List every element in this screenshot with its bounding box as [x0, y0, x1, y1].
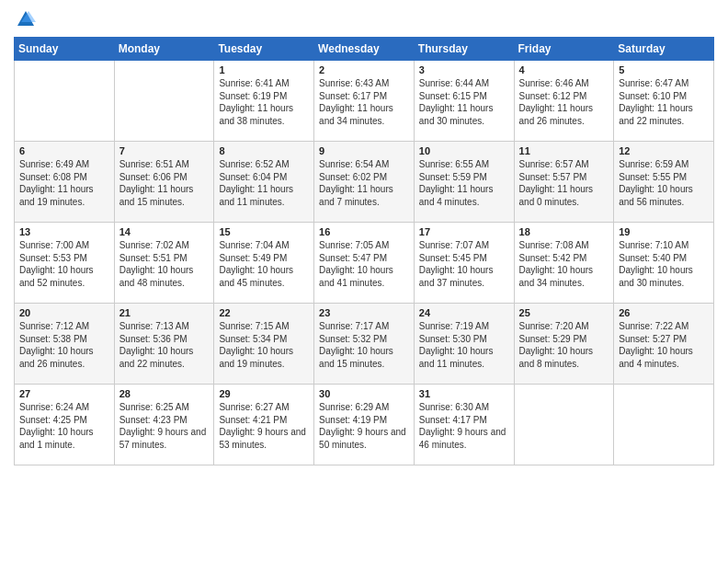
calendar-cell: 20Sunrise: 7:12 AM Sunset: 5:38 PM Dayli… [15, 304, 115, 385]
day-number: 1 [219, 64, 309, 75]
day-number: 29 [219, 388, 309, 399]
calendar-cell: 8Sunrise: 6:52 AM Sunset: 6:04 PM Daylig… [214, 142, 314, 223]
page: SundayMondayTuesdayWednesdayThursdayFrid… [0, 0, 728, 563]
calendar-cell: 9Sunrise: 6:54 AM Sunset: 6:02 PM Daylig… [314, 142, 415, 223]
header [14, 9, 714, 29]
day-number: 23 [319, 307, 409, 318]
calendar: SundayMondayTuesdayWednesdayThursdayFrid… [14, 37, 714, 465]
calendar-header-row: SundayMondayTuesdayWednesdayThursdayFrid… [15, 38, 714, 61]
day-info: Sunrise: 7:17 AM Sunset: 5:32 PM Dayligh… [319, 320, 409, 370]
calendar-cell [114, 61, 214, 142]
day-info: Sunrise: 6:29 AM Sunset: 4:19 PM Dayligh… [319, 401, 409, 451]
calendar-cell: 4Sunrise: 6:46 AM Sunset: 6:12 PM Daylig… [514, 61, 614, 142]
day-number: 12 [619, 145, 709, 156]
calendar-cell: 22Sunrise: 7:15 AM Sunset: 5:34 PM Dayli… [214, 304, 314, 385]
day-number: 26 [619, 307, 709, 318]
calendar-cell: 7Sunrise: 6:51 AM Sunset: 6:06 PM Daylig… [114, 142, 214, 223]
calendar-cell: 27Sunrise: 6:24 AM Sunset: 4:25 PM Dayli… [15, 385, 115, 465]
calendar-header-wednesday: Wednesday [314, 38, 415, 61]
day-info: Sunrise: 6:43 AM Sunset: 6:17 PM Dayligh… [319, 77, 409, 127]
calendar-header-tuesday: Tuesday [214, 38, 314, 61]
calendar-cell [514, 385, 614, 465]
calendar-cell: 17Sunrise: 7:07 AM Sunset: 5:45 PM Dayli… [414, 223, 514, 304]
day-info: Sunrise: 6:47 AM Sunset: 6:10 PM Dayligh… [619, 77, 709, 127]
calendar-cell: 1Sunrise: 6:41 AM Sunset: 6:19 PM Daylig… [214, 61, 314, 142]
day-info: Sunrise: 6:55 AM Sunset: 5:59 PM Dayligh… [419, 158, 509, 208]
calendar-week-3: 13Sunrise: 7:00 AM Sunset: 5:53 PM Dayli… [15, 223, 714, 304]
day-info: Sunrise: 7:08 AM Sunset: 5:42 PM Dayligh… [519, 239, 609, 289]
day-info: Sunrise: 7:13 AM Sunset: 5:36 PM Dayligh… [119, 320, 210, 370]
day-info: Sunrise: 6:30 AM Sunset: 4:17 PM Dayligh… [419, 401, 509, 451]
day-info: Sunrise: 7:10 AM Sunset: 5:40 PM Dayligh… [619, 239, 709, 289]
day-info: Sunrise: 7:15 AM Sunset: 5:34 PM Dayligh… [219, 320, 309, 370]
day-info: Sunrise: 6:51 AM Sunset: 6:06 PM Dayligh… [119, 158, 210, 208]
calendar-cell: 10Sunrise: 6:55 AM Sunset: 5:59 PM Dayli… [414, 142, 514, 223]
day-number: 20 [19, 307, 109, 318]
day-info: Sunrise: 6:46 AM Sunset: 6:12 PM Dayligh… [519, 77, 609, 127]
calendar-week-4: 20Sunrise: 7:12 AM Sunset: 5:38 PM Dayli… [15, 304, 714, 385]
calendar-header-thursday: Thursday [414, 38, 514, 61]
calendar-cell: 29Sunrise: 6:27 AM Sunset: 4:21 PM Dayli… [214, 385, 314, 465]
calendar-cell [15, 61, 115, 142]
day-number: 24 [419, 307, 509, 318]
day-info: Sunrise: 6:59 AM Sunset: 5:55 PM Dayligh… [619, 158, 709, 208]
day-info: Sunrise: 7:05 AM Sunset: 5:47 PM Dayligh… [319, 239, 409, 289]
day-number: 17 [419, 226, 509, 237]
calendar-week-1: 1Sunrise: 6:41 AM Sunset: 6:19 PM Daylig… [15, 61, 714, 142]
day-number: 7 [119, 145, 210, 156]
day-number: 16 [319, 226, 409, 237]
calendar-cell: 26Sunrise: 7:22 AM Sunset: 5:27 PM Dayli… [614, 304, 714, 385]
logo-icon [16, 9, 36, 29]
day-info: Sunrise: 7:00 AM Sunset: 5:53 PM Dayligh… [19, 239, 109, 289]
day-number: 15 [219, 226, 309, 237]
day-info: Sunrise: 7:07 AM Sunset: 5:45 PM Dayligh… [419, 239, 509, 289]
day-number: 30 [319, 388, 409, 399]
day-number: 6 [19, 145, 109, 156]
day-number: 21 [119, 307, 210, 318]
calendar-header-monday: Monday [114, 38, 214, 61]
calendar-cell: 21Sunrise: 7:13 AM Sunset: 5:36 PM Dayli… [114, 304, 214, 385]
day-number: 18 [519, 226, 609, 237]
day-info: Sunrise: 7:20 AM Sunset: 5:29 PM Dayligh… [519, 320, 609, 370]
calendar-cell: 5Sunrise: 6:47 AM Sunset: 6:10 PM Daylig… [614, 61, 714, 142]
calendar-cell: 23Sunrise: 7:17 AM Sunset: 5:32 PM Dayli… [314, 304, 415, 385]
day-info: Sunrise: 7:22 AM Sunset: 5:27 PM Dayligh… [619, 320, 709, 370]
day-info: Sunrise: 6:49 AM Sunset: 6:08 PM Dayligh… [19, 158, 109, 208]
calendar-week-2: 6Sunrise: 6:49 AM Sunset: 6:08 PM Daylig… [15, 142, 714, 223]
day-number: 27 [19, 388, 109, 399]
day-number: 13 [19, 226, 109, 237]
calendar-cell: 13Sunrise: 7:00 AM Sunset: 5:53 PM Dayli… [15, 223, 115, 304]
day-number: 9 [319, 145, 409, 156]
day-number: 28 [119, 388, 210, 399]
day-info: Sunrise: 7:19 AM Sunset: 5:30 PM Dayligh… [419, 320, 509, 370]
day-number: 19 [619, 226, 709, 237]
day-number: 22 [219, 307, 309, 318]
day-info: Sunrise: 6:57 AM Sunset: 5:57 PM Dayligh… [519, 158, 609, 208]
calendar-cell: 31Sunrise: 6:30 AM Sunset: 4:17 PM Dayli… [414, 385, 514, 465]
logo [14, 9, 36, 29]
day-info: Sunrise: 6:27 AM Sunset: 4:21 PM Dayligh… [219, 401, 309, 451]
calendar-cell: 2Sunrise: 6:43 AM Sunset: 6:17 PM Daylig… [314, 61, 415, 142]
day-info: Sunrise: 7:04 AM Sunset: 5:49 PM Dayligh… [219, 239, 309, 289]
calendar-cell: 14Sunrise: 7:02 AM Sunset: 5:51 PM Dayli… [114, 223, 214, 304]
day-info: Sunrise: 6:41 AM Sunset: 6:19 PM Dayligh… [219, 77, 309, 127]
calendar-cell: 24Sunrise: 7:19 AM Sunset: 5:30 PM Dayli… [414, 304, 514, 385]
day-info: Sunrise: 6:52 AM Sunset: 6:04 PM Dayligh… [219, 158, 309, 208]
calendar-cell: 12Sunrise: 6:59 AM Sunset: 5:55 PM Dayli… [614, 142, 714, 223]
calendar-week-5: 27Sunrise: 6:24 AM Sunset: 4:25 PM Dayli… [15, 385, 714, 465]
calendar-header-saturday: Saturday [614, 38, 714, 61]
day-number: 11 [519, 145, 609, 156]
day-number: 5 [619, 64, 709, 75]
calendar-cell: 11Sunrise: 6:57 AM Sunset: 5:57 PM Dayli… [514, 142, 614, 223]
calendar-cell: 15Sunrise: 7:04 AM Sunset: 5:49 PM Dayli… [214, 223, 314, 304]
calendar-cell: 30Sunrise: 6:29 AM Sunset: 4:19 PM Dayli… [314, 385, 415, 465]
day-info: Sunrise: 6:54 AM Sunset: 6:02 PM Dayligh… [319, 158, 409, 208]
day-info: Sunrise: 7:12 AM Sunset: 5:38 PM Dayligh… [19, 320, 109, 370]
day-info: Sunrise: 7:02 AM Sunset: 5:51 PM Dayligh… [119, 239, 210, 289]
day-number: 31 [419, 388, 509, 399]
day-number: 4 [519, 64, 609, 75]
calendar-cell: 28Sunrise: 6:25 AM Sunset: 4:23 PM Dayli… [114, 385, 214, 465]
calendar-cell: 6Sunrise: 6:49 AM Sunset: 6:08 PM Daylig… [15, 142, 115, 223]
day-info: Sunrise: 6:25 AM Sunset: 4:23 PM Dayligh… [119, 401, 210, 451]
day-number: 3 [419, 64, 509, 75]
